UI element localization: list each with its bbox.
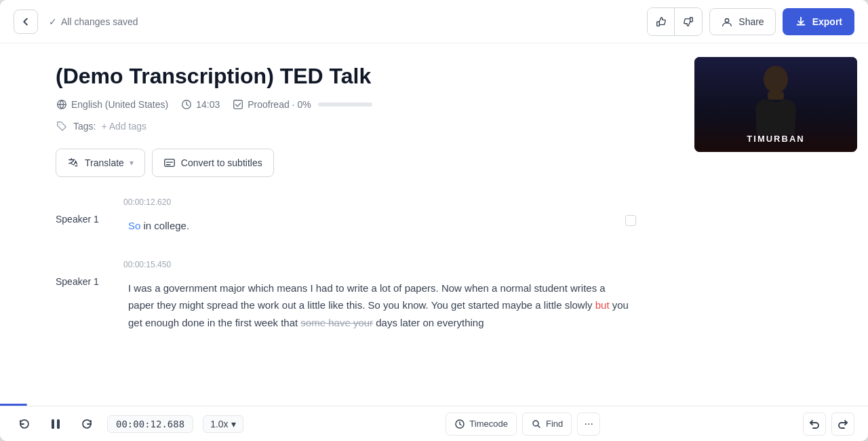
svg-rect-4 xyxy=(165,159,174,167)
add-tags-label: + Add tags xyxy=(101,121,146,132)
globe-icon xyxy=(56,98,68,111)
video-person: TIMURBAN xyxy=(694,57,857,152)
more-icon: ··· xyxy=(585,418,593,430)
doc-meta: English (United States) 14:03 xyxy=(56,98,639,111)
segment-text-2[interactable]: I was a government major which means I h… xyxy=(121,275,639,337)
redo-icon xyxy=(837,418,849,430)
proofread-meta: Proofread · 0% xyxy=(232,98,372,111)
check-icon: ✓ xyxy=(49,16,57,27)
timecode-btn-label: Timecode xyxy=(469,419,508,429)
segment-checkbox-1[interactable] xyxy=(625,215,636,226)
highlighted-word-so: So xyxy=(128,220,140,231)
doc-title: (Demo Transcription) TED Talk xyxy=(56,64,639,89)
svg-point-10 xyxy=(533,421,538,426)
speaker-label-2: Speaker 1 xyxy=(56,275,110,287)
video-thumbnail: TIMURBAN xyxy=(694,57,857,152)
video-panel: TIMURBAN xyxy=(694,43,868,441)
forward-icon xyxy=(80,417,94,431)
timestamp-2: 00:00:15.450 xyxy=(123,260,639,269)
translate-label: Translate xyxy=(85,157,124,168)
clock-icon xyxy=(180,98,193,111)
export-label: Export xyxy=(812,16,842,27)
svg-point-0 xyxy=(726,18,729,22)
timecode-button[interactable]: Timecode xyxy=(446,413,517,436)
bottom-left-controls: 00:00:12.688 1.0x ▾ xyxy=(14,413,243,435)
timecode-icon xyxy=(454,419,465,429)
action-buttons: Translate ▾ Convert to subtitles xyxy=(56,149,639,177)
segment-row-2: Speaker 1 I was a government major which… xyxy=(56,275,639,337)
top-bar-left: ✓ All changes saved xyxy=(14,9,138,34)
thumbs-group xyxy=(647,7,703,36)
svg-point-5 xyxy=(764,66,788,93)
bottom-center-controls: Timecode Find ··· xyxy=(446,413,600,436)
back-button[interactable] xyxy=(14,9,38,34)
proofread-text: Proofread · 0% xyxy=(248,99,311,110)
svg-rect-8 xyxy=(57,419,60,429)
proofread-bar xyxy=(318,102,372,107)
rewind-icon xyxy=(18,417,31,431)
speed-chevron-icon: ▾ xyxy=(231,419,236,429)
rewind-button[interactable] xyxy=(14,413,35,435)
thumbs-down-button[interactable] xyxy=(675,8,702,35)
undo-icon xyxy=(808,418,821,430)
duration-meta: 14:03 xyxy=(180,98,220,111)
segment-text-when: when xyxy=(465,282,489,294)
tag-icon xyxy=(56,120,68,132)
tags-row: Tags: + Add tags xyxy=(56,120,639,132)
checkbox-area-1 xyxy=(625,212,639,226)
top-bar-right: Share Export xyxy=(647,7,854,36)
proofread-icon xyxy=(232,98,244,111)
find-button[interactable]: Find xyxy=(522,413,572,436)
bottom-right-controls xyxy=(803,413,854,436)
saved-status-text: All changes saved xyxy=(61,16,138,27)
language-text: English (United States) xyxy=(71,99,168,110)
subtitles-icon xyxy=(163,157,176,169)
timecode-display[interactable]: 00:00:12.688 xyxy=(107,415,193,433)
svg-rect-7 xyxy=(52,419,54,429)
svg-rect-6 xyxy=(768,92,784,100)
convert-label: Convert to subtitles xyxy=(181,157,262,168)
share-button[interactable]: Share xyxy=(709,8,775,35)
highlighted-word-but: but xyxy=(595,299,610,311)
redo-button[interactable] xyxy=(831,413,854,436)
editor-inner: (Demo Transcription) TED Talk English (U… xyxy=(28,43,666,383)
segment-row-1: Speaker 1 So in college. xyxy=(56,212,639,239)
segment-text-1[interactable]: So in college. xyxy=(121,212,614,239)
editor-area[interactable]: (Demo Transcription) TED Talk English (U… xyxy=(0,43,694,441)
timestamp-1: 00:00:12.620 xyxy=(123,197,639,207)
export-button[interactable]: Export xyxy=(783,8,854,35)
more-options-button[interactable]: ··· xyxy=(577,413,600,436)
transcript-segment-1: 00:00:12.620 Speaker 1 So in college. xyxy=(56,197,639,239)
speed-label: 1.0x xyxy=(210,419,228,429)
bottom-toolbar: 00:00:12.688 1.0x ▾ Timecode Find xyxy=(0,406,868,441)
translate-icon xyxy=(67,157,79,169)
highlighted-strikethrough: some have your xyxy=(300,317,373,328)
find-icon xyxy=(531,419,542,429)
duration-text: 14:03 xyxy=(196,99,220,110)
pause-button[interactable] xyxy=(45,413,66,435)
person-silhouette xyxy=(742,60,810,142)
find-btn-label: Find xyxy=(546,419,563,429)
thumbs-up-button[interactable] xyxy=(648,8,675,35)
language-meta: English (United States) xyxy=(56,98,168,111)
main-content: (Demo Transcription) TED Talk English (U… xyxy=(0,43,868,441)
svg-rect-3 xyxy=(234,100,243,109)
speaker-label-1: Speaker 1 xyxy=(56,212,110,225)
top-bar: ✓ All changes saved xyxy=(0,0,868,43)
translate-chevron-icon: ▾ xyxy=(130,158,134,168)
speed-button[interactable]: 1.0x ▾ xyxy=(203,415,243,433)
add-tags-button[interactable]: + Add tags xyxy=(101,121,146,132)
convert-subtitles-button[interactable]: Convert to subtitles xyxy=(152,149,274,177)
undo-button[interactable] xyxy=(803,413,826,436)
segment-text-rest-1: in college. xyxy=(140,220,189,231)
tags-label: Tags: xyxy=(73,121,96,132)
forward-button[interactable] xyxy=(76,413,98,435)
saved-status: ✓ All changes saved xyxy=(49,16,138,27)
transcript-segment-2: 00:00:15.450 Speaker 1 I was a governmen… xyxy=(56,260,639,337)
share-label: Share xyxy=(738,16,764,27)
translate-button[interactable]: Translate ▾ xyxy=(56,149,145,177)
video-brand-text: TIMURBAN xyxy=(747,134,804,144)
pause-icon xyxy=(48,417,63,432)
